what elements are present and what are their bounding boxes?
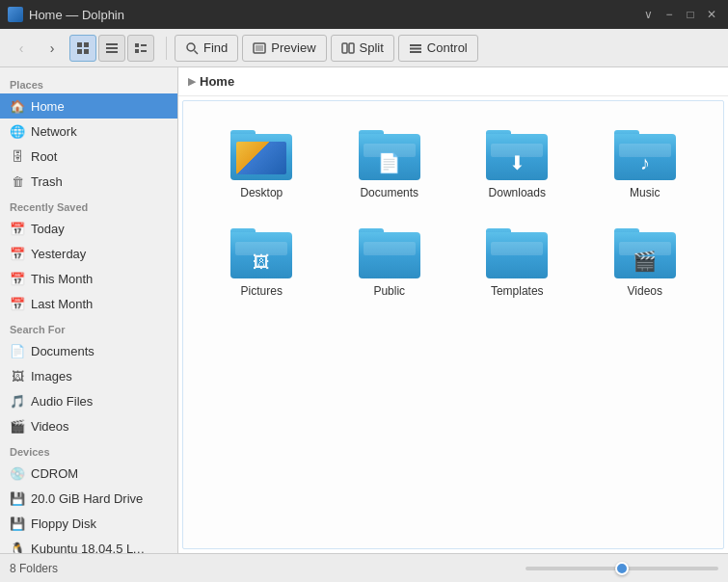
breadcrumb-arrow: ▶ [188, 75, 196, 88]
control-button[interactable]: Control [398, 35, 478, 62]
trash-icon: 🗑 [10, 173, 25, 189]
titlebar-left: Home — Dolphin [8, 7, 124, 22]
sidebar-item-this-month[interactable]: 📅 This Month [0, 266, 177, 291]
view-details-button[interactable] [127, 35, 154, 62]
sidebar-item-kubuntu[interactable]: 🐧 Kubuntu 18.04.5 LTS amd [0, 536, 177, 553]
sidebar-item-label: Documents [31, 344, 94, 358]
yesterday-icon: 📅 [10, 246, 25, 261]
forward-button[interactable]: › [39, 35, 66, 62]
slider-thumb[interactable] [615, 562, 629, 575]
sidebar-item-harddrive[interactable]: 💾 20.0 GiB Hard Drive [0, 486, 177, 511]
sidebar-item-videos-search[interactable]: 🎬 Videos [0, 413, 177, 438]
svg-rect-10 [141, 50, 147, 52]
back-button[interactable]: ‹ [8, 35, 35, 62]
preview-button[interactable]: Preview [242, 35, 326, 62]
details-view-icon [134, 41, 148, 55]
folder-body: ♪ [614, 134, 676, 180]
documents-search-icon: 📄 [10, 343, 25, 358]
search-for-label: Search For [0, 316, 177, 338]
sidebar-item-root[interactable]: 🗄 Root [0, 144, 177, 169]
svg-rect-18 [410, 47, 421, 49]
folder-body: 🖼 [230, 232, 292, 278]
network-icon: 🌐 [10, 123, 25, 139]
sidebar-item-label: Network [31, 124, 77, 139]
folder-icon-documents: 📄 [359, 130, 420, 180]
slider-track[interactable] [526, 567, 718, 570]
sidebar-item-yesterday[interactable]: 📅 Yesterday [0, 241, 177, 266]
folder-label: Documents [360, 186, 418, 199]
sidebar: Places 🏠 Home 🌐 Network 🗄 Root 🗑 Trash R… [0, 67, 178, 553]
folder-body [230, 134, 292, 180]
svg-rect-3 [84, 49, 89, 54]
sidebar-item-label: Yesterday [31, 247, 86, 261]
svg-rect-1 [84, 42, 89, 47]
folder-public[interactable]: Public [331, 219, 449, 307]
folder-label: Downloads [489, 186, 546, 199]
sidebar-item-network[interactable]: 🌐 Network [0, 119, 177, 144]
sidebar-item-images[interactable]: 🖼 Images [0, 363, 177, 388]
sidebar-item-cdrom[interactable]: 💿 CDROM [0, 461, 177, 486]
close-button[interactable]: ✕ [703, 6, 720, 23]
folder-icon-pictures: 🖼 [230, 228, 292, 278]
folder-desktop[interactable]: Desktop [202, 120, 321, 209]
home-icon: 🏠 [10, 98, 25, 114]
devices-label: Devices [0, 438, 177, 461]
preview-icon [253, 41, 266, 55]
sidebar-item-label: Floppy Disk [31, 516, 96, 531]
places-label: Places [0, 71, 177, 93]
folder-downloads[interactable]: ⬇ Downloads [458, 120, 577, 209]
svg-rect-17 [410, 44, 421, 46]
split-icon [341, 41, 355, 55]
folder-videos[interactable]: 🎬 Videos [586, 219, 705, 307]
folder-icon-public [359, 228, 420, 278]
find-button[interactable]: Find [175, 35, 238, 62]
svg-rect-6 [106, 51, 118, 53]
sidebar-item-trash[interactable]: 🗑 Trash [0, 169, 177, 194]
grid-view-icon [76, 41, 90, 55]
svg-rect-14 [256, 45, 263, 51]
folder-label: Templates [491, 284, 544, 298]
audio-search-icon: 🎵 [10, 393, 25, 409]
toolbar-separator [166, 37, 167, 60]
compact-view-icon [105, 41, 119, 55]
sidebar-item-label: This Month [31, 272, 93, 286]
sidebar-item-last-month[interactable]: 📅 Last Month [0, 291, 177, 316]
videos-search-icon: 🎬 [10, 418, 25, 434]
maximize-button[interactable]: □ [682, 6, 699, 23]
folder-icon-downloads: ⬇ [486, 130, 548, 180]
sidebar-item-label: Videos [31, 419, 69, 434]
folder-documents[interactable]: 📄 Documents [331, 120, 449, 209]
folder-music[interactable]: ♪ Music [586, 120, 705, 209]
search-icon [185, 41, 199, 55]
svg-point-11 [187, 43, 195, 51]
images-search-icon: 🖼 [10, 368, 25, 384]
folder-label: Videos [628, 284, 662, 298]
folder-label: Pictures [241, 284, 283, 298]
folder-pictures[interactable]: 🖼 Pictures [202, 219, 321, 307]
sidebar-item-today[interactable]: 📅 Today [0, 216, 177, 241]
sidebar-item-audio[interactable]: 🎵 Audio Files [0, 388, 177, 413]
folder-body: ⬇ [486, 134, 548, 180]
svg-rect-16 [349, 43, 354, 53]
sidebar-item-label: Root [31, 149, 57, 164]
split-button[interactable]: Split [331, 35, 394, 62]
folder-icon-templates [486, 228, 548, 278]
folder-icon-videos: 🎬 [614, 228, 676, 278]
window-title: Home — Dolphin [29, 8, 124, 22]
view-compact-button[interactable] [98, 35, 125, 62]
minimize-button[interactable]: − [661, 6, 678, 23]
sidebar-item-label: Kubuntu 18.04.5 LTS amd [31, 542, 147, 554]
sidebar-item-floppy[interactable]: 💾 Floppy Disk [0, 511, 177, 536]
app-icon [8, 7, 23, 22]
sidebar-item-label: 20.0 GiB Hard Drive [31, 491, 143, 506]
file-grid: Desktop 📄 Documents [182, 100, 724, 549]
view-icons-button[interactable] [69, 35, 96, 62]
folder-templates[interactable]: Templates [458, 219, 577, 307]
sidebar-item-home[interactable]: 🏠 Home [0, 93, 177, 119]
kubuntu-icon: 🐧 [10, 541, 25, 553]
window-controls: ∨ − □ ✕ [639, 6, 720, 23]
folder-count: 8 Folders [10, 562, 58, 575]
sidebar-item-documents[interactable]: 📄 Documents [0, 338, 177, 363]
content-area: ▶ Home Desktop [178, 67, 728, 553]
chevron-button[interactable]: ∨ [639, 6, 657, 23]
